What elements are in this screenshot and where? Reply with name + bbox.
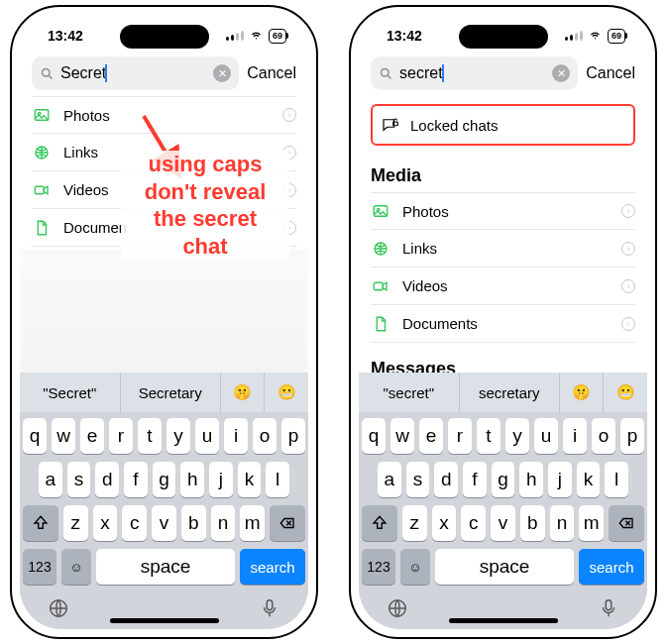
- key-w[interactable]: w: [52, 418, 75, 454]
- key-p[interactable]: p: [281, 418, 305, 454]
- suggestion[interactable]: "secret": [359, 373, 460, 412]
- suggestion[interactable]: Secretary: [121, 373, 222, 412]
- key-h[interactable]: h: [180, 462, 204, 497]
- svg-point-0: [256, 38, 257, 39]
- key-g[interactable]: g: [492, 462, 515, 497]
- search-input[interactable]: secret: [399, 64, 546, 83]
- key-g[interactable]: g: [153, 462, 176, 497]
- search-key[interactable]: search: [579, 549, 644, 585]
- search-field[interactable]: secret ✕: [371, 56, 578, 90]
- space-key[interactable]: space: [435, 549, 574, 585]
- key-n[interactable]: n: [550, 505, 575, 541]
- search-field[interactable]: Secret ✕: [32, 56, 239, 90]
- numeric-key[interactable]: 123: [23, 549, 56, 585]
- key-e[interactable]: e: [419, 418, 443, 454]
- key-m[interactable]: m: [579, 505, 604, 541]
- key-q[interactable]: q: [362, 418, 386, 454]
- key-b[interactable]: b: [520, 505, 545, 541]
- shift-key[interactable]: [23, 505, 58, 541]
- emoji-key[interactable]: ☺: [61, 549, 91, 585]
- suggestion-emoji[interactable]: 🤫: [560, 373, 604, 412]
- cancel-button[interactable]: Cancel: [586, 64, 635, 82]
- row-videos[interactable]: Videos ›: [371, 268, 635, 305]
- row-photos[interactable]: Photos ›: [32, 96, 296, 134]
- clear-button[interactable]: ✕: [552, 64, 570, 82]
- key-z[interactable]: z: [402, 505, 427, 541]
- suggestion[interactable]: secretary: [460, 373, 561, 412]
- search-input[interactable]: Secret: [60, 64, 207, 83]
- search-key[interactable]: search: [240, 549, 305, 585]
- key-k[interactable]: k: [238, 462, 262, 497]
- suggestion-emoji[interactable]: 🤫: [221, 373, 265, 412]
- key-n[interactable]: n: [211, 505, 236, 541]
- locked-chat-icon: [381, 116, 398, 134]
- key-t[interactable]: t: [138, 418, 162, 454]
- mic-icon[interactable]: [598, 597, 619, 619]
- key-c[interactable]: c: [122, 505, 147, 541]
- svg-point-9: [595, 38, 596, 39]
- key-w[interactable]: w: [390, 418, 414, 454]
- row-photos[interactable]: Photos ›: [371, 192, 635, 230]
- globe-icon[interactable]: [387, 597, 408, 619]
- row-videos[interactable]: Videos ›: [32, 171, 296, 209]
- suggestion-emoji[interactable]: 😬: [604, 373, 647, 412]
- key-f[interactable]: f: [463, 462, 487, 497]
- row-links[interactable]: Links ›: [371, 230, 635, 268]
- key-r[interactable]: r: [109, 418, 133, 454]
- key-a[interactable]: a: [39, 462, 62, 497]
- key-u[interactable]: u: [195, 418, 219, 454]
- search-row: secret ✕ Cancel: [359, 56, 647, 96]
- key-x[interactable]: x: [93, 505, 118, 541]
- backspace-key[interactable]: [270, 505, 305, 541]
- globe-icon[interactable]: [48, 597, 69, 619]
- key-a[interactable]: a: [378, 462, 401, 497]
- key-b[interactable]: b: [181, 505, 206, 541]
- key-i[interactable]: i: [224, 418, 248, 454]
- key-d[interactable]: d: [434, 462, 458, 497]
- key-c[interactable]: c: [461, 505, 486, 541]
- key-y[interactable]: y: [167, 418, 190, 454]
- key-t[interactable]: t: [477, 418, 500, 454]
- key-e[interactable]: e: [80, 418, 104, 454]
- key-q[interactable]: q: [23, 418, 47, 454]
- row-documents[interactable]: Documents ›: [371, 305, 635, 343]
- key-l[interactable]: l: [605, 462, 628, 497]
- key-m[interactable]: m: [240, 505, 265, 541]
- numeric-key[interactable]: 123: [362, 549, 395, 585]
- home-indicator[interactable]: [449, 618, 558, 623]
- emoji-key[interactable]: ☺: [400, 549, 430, 585]
- row-documents[interactable]: Documen ›: [32, 209, 296, 247]
- key-i[interactable]: i: [563, 418, 587, 454]
- suggestion[interactable]: "Secret": [20, 373, 121, 412]
- key-j[interactable]: j: [209, 462, 233, 497]
- suggestion-emoji[interactable]: 😬: [265, 373, 308, 412]
- key-s[interactable]: s: [67, 462, 91, 497]
- mic-icon[interactable]: [259, 597, 280, 619]
- space-key[interactable]: space: [96, 549, 235, 585]
- clear-button[interactable]: ✕: [213, 64, 231, 82]
- key-l[interactable]: l: [266, 462, 289, 497]
- key-z[interactable]: z: [63, 505, 88, 541]
- shift-key[interactable]: [362, 505, 397, 541]
- key-f[interactable]: f: [124, 462, 148, 497]
- key-p[interactable]: p: [620, 418, 644, 454]
- locked-chats-result[interactable]: Locked chats: [371, 104, 635, 146]
- key-s[interactable]: s: [406, 462, 430, 497]
- key-o[interactable]: o: [592, 418, 615, 454]
- key-v[interactable]: v: [491, 505, 515, 541]
- key-u[interactable]: u: [534, 418, 558, 454]
- key-j[interactable]: j: [548, 462, 572, 497]
- chevron-icon: ›: [282, 183, 296, 197]
- key-o[interactable]: o: [253, 418, 277, 454]
- home-indicator[interactable]: [110, 618, 219, 623]
- key-r[interactable]: r: [448, 418, 472, 454]
- row-links[interactable]: Links ›: [32, 134, 296, 171]
- key-v[interactable]: v: [152, 505, 176, 541]
- key-d[interactable]: d: [95, 462, 119, 497]
- key-x[interactable]: x: [432, 505, 457, 541]
- cancel-button[interactable]: Cancel: [247, 64, 296, 82]
- backspace-key[interactable]: [609, 505, 644, 541]
- key-y[interactable]: y: [505, 418, 529, 454]
- key-h[interactable]: h: [519, 462, 543, 497]
- key-k[interactable]: k: [577, 462, 601, 497]
